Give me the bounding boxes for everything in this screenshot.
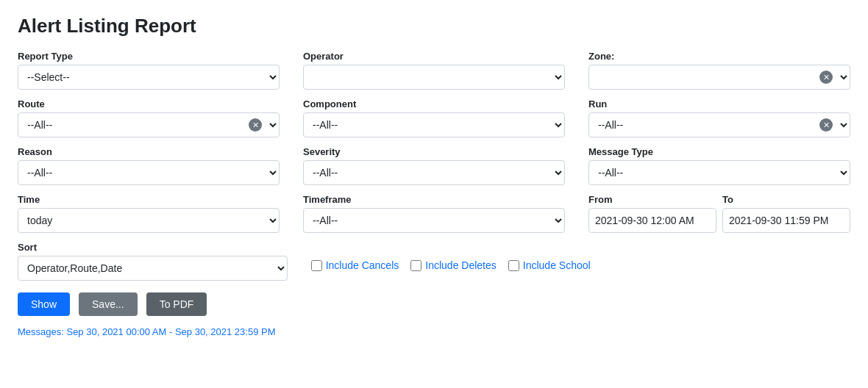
save-button[interactable]: Save... — [79, 292, 138, 316]
sort-select[interactable]: Operator,Route,Date — [18, 256, 288, 281]
from-to-group: From To — [588, 194, 850, 233]
run-select-wrapper: --All-- ✕ — [588, 112, 850, 137]
timeframe-group: Timeframe --All-- — [303, 194, 565, 233]
operator-select[interactable] — [303, 65, 565, 90]
include-deletes-item: Include Deletes — [410, 259, 497, 271]
reason-label: Reason — [18, 146, 280, 157]
include-school-item: Include School — [508, 259, 591, 271]
run-select[interactable]: --All-- — [588, 112, 850, 137]
buttons-row: Show Save... To PDF — [18, 292, 850, 316]
page-title: Alert Listing Report — [18, 15, 850, 37]
timeframe-label: Timeframe — [303, 194, 565, 205]
reason-group: Reason --All-- — [18, 146, 280, 185]
include-deletes-label[interactable]: Include Deletes — [425, 259, 497, 271]
to-pdf-button[interactable]: To PDF — [146, 292, 207, 316]
route-select[interactable]: --All-- — [18, 112, 280, 137]
reason-select[interactable]: --All-- — [18, 160, 280, 185]
route-select-wrapper: --All-- ✕ — [18, 112, 280, 137]
to-label: To — [722, 194, 850, 205]
timeframe-select[interactable]: --All-- — [303, 208, 565, 233]
zone-group: Zone: ✕ — [588, 51, 850, 90]
include-cancels-label[interactable]: Include Cancels — [326, 259, 399, 271]
from-group: From — [588, 194, 716, 233]
severity-group: Severity --All-- — [303, 146, 565, 185]
time-group: Time today — [18, 194, 280, 233]
sort-checkboxes-row: Sort Operator,Route,Date Include Cancels… — [18, 242, 850, 281]
message-type-select[interactable]: --All-- — [588, 160, 850, 185]
severity-select[interactable]: --All-- — [303, 160, 565, 185]
sort-label: Sort — [18, 242, 288, 253]
route-group: Route --All-- ✕ — [18, 98, 280, 137]
include-school-label[interactable]: Include School — [523, 259, 591, 271]
time-label: Time — [18, 194, 280, 205]
component-group: Component --All-- — [303, 98, 565, 137]
sort-group: Sort Operator,Route,Date — [18, 242, 288, 281]
severity-label: Severity — [303, 146, 565, 157]
component-select[interactable]: --All-- — [303, 112, 565, 137]
report-type-label: Report Type — [18, 51, 280, 62]
message-type-label: Message Type — [588, 146, 850, 157]
include-cancels-item: Include Cancels — [311, 259, 399, 271]
include-school-checkbox[interactable] — [508, 260, 519, 271]
component-label: Component — [303, 98, 565, 109]
route-label: Route — [18, 98, 280, 109]
report-type-group: Report Type --Select-- — [18, 51, 280, 90]
run-clear-button[interactable]: ✕ — [819, 118, 833, 132]
operator-group: Operator — [303, 51, 565, 90]
checkboxes-container: Include Cancels Include Deletes Include … — [311, 259, 850, 271]
zone-select[interactable] — [588, 65, 850, 90]
message-type-group: Message Type --All-- — [588, 146, 850, 185]
messages-status: Messages: Sep 30, 2021 00:00 AM - Sep 30… — [18, 326, 850, 337]
report-type-select[interactable]: --Select-- — [18, 65, 280, 90]
include-deletes-checkbox[interactable] — [410, 260, 421, 271]
operator-label: Operator — [303, 51, 565, 62]
from-input[interactable] — [588, 208, 716, 233]
include-cancels-checkbox[interactable] — [311, 260, 322, 271]
zone-select-wrapper: ✕ — [588, 65, 850, 90]
show-button[interactable]: Show — [18, 292, 70, 316]
to-input[interactable] — [722, 208, 850, 233]
zone-clear-button[interactable]: ✕ — [819, 71, 833, 84]
from-label: From — [588, 194, 716, 205]
run-group: Run --All-- ✕ — [588, 98, 850, 137]
time-select[interactable]: today — [18, 208, 280, 233]
zone-label: Zone: — [588, 51, 850, 62]
route-clear-button[interactable]: ✕ — [249, 118, 262, 132]
to-group: To — [722, 194, 850, 233]
run-label: Run — [588, 98, 850, 109]
